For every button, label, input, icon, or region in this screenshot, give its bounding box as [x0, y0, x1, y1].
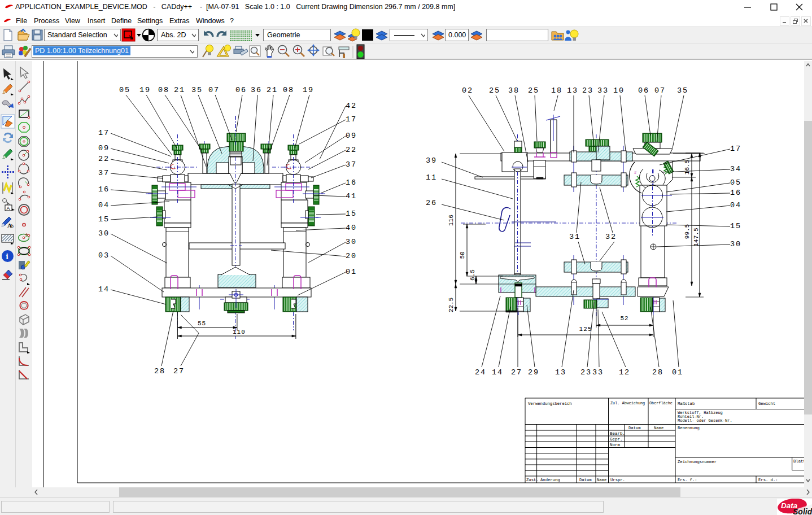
- svg-text:06: 06: [235, 86, 247, 94]
- svg-text:24: 24: [475, 368, 486, 377]
- svg-text:10: 10: [613, 86, 625, 95]
- svg-text:14: 14: [98, 285, 110, 294]
- svg-text:32: 32: [605, 233, 617, 241]
- svg-text:147.5: 147.5: [693, 228, 700, 246]
- svg-text:05: 05: [730, 178, 741, 187]
- svg-text:28: 28: [652, 368, 663, 377]
- svg-text:#: #: [634, 171, 636, 175]
- svg-text:17: 17: [98, 129, 110, 137]
- svg-text:16: 16: [98, 185, 110, 194]
- svg-text:21: 21: [174, 86, 185, 94]
- svg-text:28: 28: [154, 367, 165, 376]
- svg-text:Gewicht: Gewicht: [758, 401, 775, 406]
- svg-text:b: b: [11, 224, 14, 229]
- svg-text:16: 16: [730, 189, 741, 197]
- svg-text:13: 13: [567, 86, 578, 95]
- svg-text:19: 19: [139, 86, 151, 94]
- svg-text:08: 08: [283, 86, 294, 94]
- svg-text:Zust.: Zust.: [526, 478, 539, 482]
- svg-text:Name: Name: [654, 426, 663, 430]
- svg-text:14: 14: [492, 368, 503, 377]
- svg-text:Zeichnungsnummer: Zeichnungsnummer: [678, 460, 717, 464]
- svg-text:34: 34: [730, 165, 741, 173]
- svg-text:30: 30: [98, 229, 110, 238]
- svg-text:12: 12: [619, 368, 630, 377]
- svg-text:Oberfläche: Oberfläche: [649, 401, 673, 405]
- svg-text:07: 07: [208, 86, 220, 94]
- svg-text:Änderung: Änderung: [540, 478, 560, 482]
- svg-text:27: 27: [511, 368, 522, 377]
- svg-text:99.5: 99.5: [684, 224, 691, 239]
- svg-text:Bearb.: Bearb.: [610, 431, 625, 436]
- svg-text:30: 30: [346, 238, 357, 246]
- svg-text:13: 13: [555, 368, 566, 377]
- svg-text:25: 25: [489, 86, 500, 95]
- svg-text:04: 04: [730, 201, 741, 210]
- svg-text:20: 20: [346, 252, 357, 260]
- svg-text:Norm: Norm: [610, 443, 621, 447]
- svg-text:Datum: Datum: [628, 426, 641, 430]
- svg-text:22: 22: [346, 146, 357, 154]
- svg-text:08: 08: [158, 86, 169, 94]
- svg-text:03: 03: [98, 251, 110, 260]
- svg-text:Blatt: Blatt: [793, 459, 804, 464]
- svg-text:17: 17: [730, 145, 741, 153]
- svg-text:33: 33: [597, 86, 609, 95]
- svg-text:110: 110: [233, 329, 246, 335]
- svg-text:31: 31: [569, 233, 580, 241]
- svg-text:02: 02: [462, 86, 473, 95]
- svg-text:09: 09: [346, 132, 357, 140]
- svg-text:41: 41: [346, 192, 357, 200]
- svg-text:52: 52: [620, 315, 628, 322]
- svg-text:22.5: 22.5: [448, 298, 455, 312]
- svg-text:36: 36: [251, 86, 262, 94]
- svg-text:07: 07: [654, 86, 666, 95]
- svg-text:23: 23: [582, 86, 593, 95]
- svg-text:26: 26: [426, 199, 437, 207]
- svg-text:29: 29: [528, 368, 539, 377]
- svg-text:38: 38: [508, 86, 519, 95]
- svg-text:30: 30: [730, 240, 741, 248]
- svg-text:11: 11: [426, 173, 437, 182]
- svg-text:Ers. f.:: Ers. f.:: [678, 478, 697, 482]
- svg-text:15: 15: [98, 215, 110, 224]
- svg-text:17: 17: [346, 115, 357, 124]
- svg-text:42: 42: [346, 102, 357, 110]
- svg-text:35: 35: [191, 86, 203, 94]
- svg-text:15: 15: [730, 222, 741, 230]
- svg-text:Maßstab: Maßstab: [678, 401, 695, 406]
- svg-text:35: 35: [677, 86, 688, 95]
- svg-text:18: 18: [551, 86, 562, 95]
- svg-text:04: 04: [98, 201, 110, 210]
- svg-text:i: i: [6, 252, 8, 261]
- svg-text:Verwendungsbereich: Verwendungsbereich: [528, 401, 572, 406]
- svg-text:25: 25: [528, 86, 539, 95]
- svg-text:06: 06: [638, 86, 649, 95]
- svg-text:6.5: 6.5: [469, 269, 476, 281]
- svg-text:A: A: [7, 206, 10, 211]
- svg-text:16: 16: [346, 178, 357, 187]
- svg-text:19: 19: [303, 86, 314, 94]
- svg-text:23: 23: [580, 368, 592, 377]
- svg-text:Modell- oder Gesenk-Nr.: Modell- oder Gesenk-Nr.: [678, 418, 732, 423]
- svg-text:55: 55: [198, 320, 206, 327]
- svg-text:Zul. Abweichung: Zul. Abweichung: [610, 401, 645, 405]
- svg-text:Urspr.: Urspr.: [610, 478, 625, 482]
- svg-text:116: 116: [448, 215, 455, 226]
- svg-text:01: 01: [346, 268, 357, 276]
- svg-text:Name: Name: [597, 478, 606, 482]
- svg-text:Benennung: Benennung: [678, 426, 700, 430]
- svg-text:39: 39: [426, 156, 437, 165]
- svg-text:09: 09: [98, 144, 110, 152]
- svg-text:40: 40: [346, 224, 357, 232]
- svg-text:27: 27: [173, 367, 185, 376]
- svg-text:125: 125: [579, 326, 592, 333]
- svg-text:50: 50: [459, 251, 466, 259]
- svg-text:05: 05: [119, 86, 130, 94]
- svg-text:15: 15: [346, 210, 357, 218]
- svg-text:37: 37: [98, 169, 110, 177]
- svg-text:37: 37: [346, 160, 357, 169]
- svg-text:16.5: 16.5: [684, 160, 691, 174]
- svg-text:33: 33: [592, 368, 604, 377]
- svg-text:01: 01: [672, 368, 683, 377]
